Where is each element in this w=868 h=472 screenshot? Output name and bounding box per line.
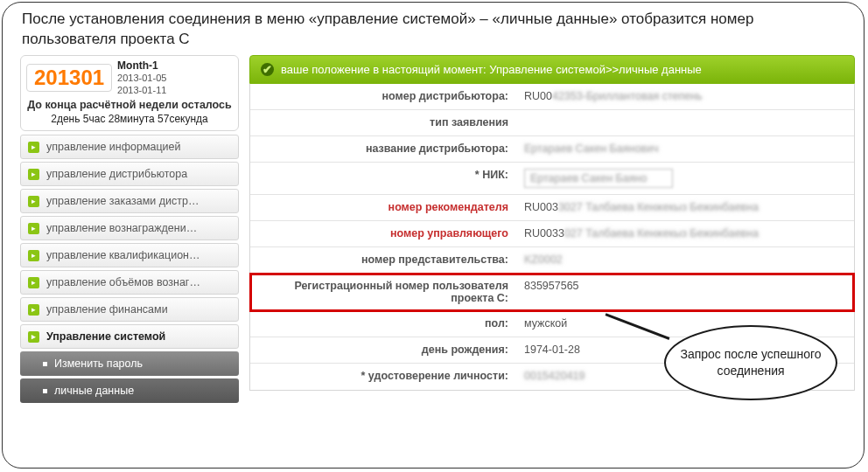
menu-label: управление информацией: [46, 141, 181, 153]
menu-volumes[interactable]: ▸управление объёмов вознаг…: [20, 270, 239, 295]
breadcrumb: ✔ ваше положение в настоящий момент: Упр…: [249, 55, 855, 84]
menu-info[interactable]: ▸управление информацией: [20, 135, 239, 159]
menu-finance[interactable]: ▸управление финансами: [20, 297, 239, 322]
value-distributor-number: RU00RU0042353-Бриллантовая степень42353-…: [517, 84, 854, 109]
value-recommender: RU0033027 Талбаева Кенжекыз Бежинбаевна: [517, 195, 854, 220]
arrow-icon: ▸: [28, 196, 39, 207]
label-representation: номер представительства:: [250, 247, 517, 273]
label-gender: пол:: [250, 311, 517, 337]
value-representation: KZ0002: [517, 247, 854, 273]
row-application-type: тип заявления: [250, 110, 854, 136]
submenu-label: личные данные: [54, 385, 134, 397]
location-icon: ✔: [261, 63, 274, 76]
arrow-icon: ▸: [28, 304, 39, 316]
period-box: 201301 Month-1 2013-01-05 2013-01-11 До …: [20, 55, 239, 132]
menu-qualification[interactable]: ▸управление квалификацион…: [20, 243, 239, 267]
sidebar-menu: ▸управление информацией ▸управление дист…: [20, 135, 239, 403]
row-manager: номер управляющего RU0033027 Талбаева Ке…: [250, 221, 854, 247]
label-project-c: Регистрационный номер пользователя проек…: [250, 274, 517, 310]
label-nick: * НИК:: [250, 163, 517, 194]
period-dates: Month-1 2013-01-05 2013-01-11: [117, 59, 166, 97]
row-distributor-name: название дистрибьютора: Ертараев Сакен Б…: [250, 136, 854, 163]
row-distributor-number: номер дистрибьютора: RU00RU0042353-Брилл…: [250, 84, 854, 110]
arrow-icon: ▸: [28, 250, 39, 261]
breadcrumb-text: ваше положение в настоящий момент: Управ…: [281, 63, 702, 76]
instruction-text: После установления соединения в меню «уп…: [3, 3, 864, 55]
menu-system[interactable]: ▸Управление системой: [20, 324, 239, 349]
value-application-type: [517, 110, 854, 135]
menu-label: управление квалификацион…: [46, 249, 200, 261]
callout-text: Запрос после успешного соединения: [680, 346, 822, 379]
submenu-personal-data[interactable]: личные данные: [20, 378, 239, 403]
callout-bubble: Запрос после успешного соединения: [664, 325, 837, 400]
menu-distributor[interactable]: ▸управление дистрибьютора: [20, 162, 239, 186]
period-month-label: Month-1: [117, 59, 158, 72]
menu-label: управление объёмов вознаг…: [46, 276, 200, 288]
menu-orders[interactable]: ▸управление заказами дистр…: [20, 189, 239, 213]
menu-rewards[interactable]: ▸управление вознаграждени…: [20, 216, 239, 240]
arrow-icon: ▸: [28, 142, 39, 153]
period-code: 201301: [26, 64, 112, 92]
arrow-icon: ▸: [28, 277, 39, 288]
row-recommender: номер рекомендателя RU0033027 Талбаева К…: [250, 195, 854, 221]
submenu-change-password[interactable]: Изменить пароль: [20, 351, 239, 376]
label-distributor-number: номер дистрибьютора:: [250, 84, 517, 109]
row-representation: номер представительства: KZ0002: [250, 247, 854, 274]
label-recommender: номер рекомендателя: [250, 195, 517, 220]
row-project-c-number: Регистрационный номер пользователя проек…: [250, 274, 854, 311]
period-date-to: 2013-01-11: [117, 85, 166, 95]
value-manager: RU0033027 Талбаева Кенжекыз Бежинбаевна: [517, 221, 854, 246]
bullet-icon: [43, 389, 47, 393]
arrow-icon: ▸: [28, 169, 39, 180]
sidebar: 201301 Month-1 2013-01-05 2013-01-11 До …: [20, 55, 239, 406]
label-distributor-name: название дистрибьютора:: [250, 136, 517, 162]
value-project-c: 835957565: [517, 274, 854, 310]
menu-label: управление финансами: [46, 303, 168, 316]
label-manager: номер управляющего: [250, 221, 517, 246]
bullet-icon: [43, 362, 47, 366]
label-application-type: тип заявления: [250, 110, 517, 135]
row-nick: * НИК: Ертараев Сакен Баяно: [250, 163, 854, 195]
menu-label: управление вознаграждени…: [46, 222, 197, 234]
arrow-icon: ▸: [28, 223, 39, 234]
submenu-label: Изменить пароль: [54, 357, 143, 370]
value-distributor-name: Ертараев Сакен Баянович: [517, 136, 854, 162]
arrow-icon: ▸: [28, 331, 39, 343]
menu-label: управление заказами дистр…: [46, 195, 200, 207]
countdown-time: 2день 5час 28минута 57секунда: [26, 113, 233, 125]
menu-label: Управление системой: [46, 330, 165, 343]
label-dob: день рождения:: [250, 337, 517, 363]
menu-label: управление дистрибьютора: [46, 168, 187, 180]
period-date-from: 2013-01-05: [117, 73, 166, 83]
countdown-label: До конца расчётной недели осталось: [26, 99, 233, 111]
value-nick[interactable]: Ертараев Сакен Баяно: [517, 163, 854, 194]
label-id: * удостоверение личности:: [250, 364, 517, 390]
main-content: ✔ ваше положение в настоящий момент: Упр…: [239, 55, 855, 406]
